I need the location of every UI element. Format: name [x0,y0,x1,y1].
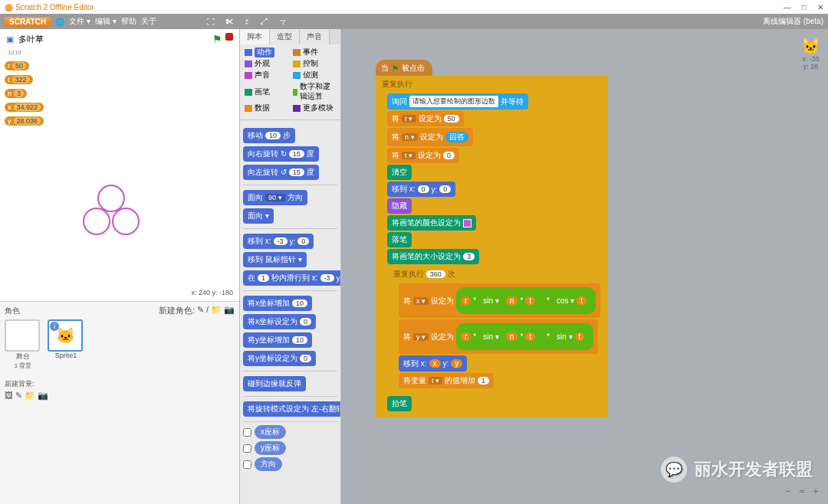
cat-更多模块[interactable]: 更多模块 [293,103,337,113]
zoom-out-icon[interactable]: － [784,485,793,498]
cat-动作[interactable]: 动作 [245,47,288,57]
project-title[interactable]: 多叶草 [18,34,44,45]
block-palette: 移动10步 向右旋转 ↻15度 向左旋转 ↺15度 面向90 ▾方向 面向 ▾ … [240,123,340,504]
sprite1-thumbnail[interactable]: i🐱 Sprite1 [48,319,84,370]
about-menu[interactable]: 关于 [141,16,156,27]
cat-事件[interactable]: 事件 [293,47,337,57]
var-r[interactable]: r50 [5,61,29,70]
cat-侦测[interactable]: 侦测 [293,70,337,80]
file-menu[interactable]: 文件 ▾ [69,16,90,27]
maximize-button[interactable]: □ [802,3,807,11]
blk-clear: 清空 [387,165,412,180]
cat-外观[interactable]: 外观 [245,59,288,69]
rep-ypos[interactable]: y座标 [255,441,286,455]
stage-coords: x: 240 y: -180 [0,289,239,301]
cat-声音[interactable]: 声音 [245,70,288,80]
stage-canvas[interactable] [0,128,239,289]
script-stack[interactable]: 当⚑被点击 重复执行 询问请输入想要绘制的图形边数并等待 将r ▾设定为50 将… [376,60,608,417]
chk-ypos[interactable] [243,444,251,453]
zoom-reset-icon[interactable]: ＝ [797,485,807,498]
op-x: r*sin ▾n*t*cos ▾t [456,287,596,314]
blk-hide: 隐藏 [387,198,412,214]
blk-goto-xy[interactable]: 移到 x:-3 y:0 [243,234,314,249]
flag-icon: ⚑ [392,64,399,73]
toolbar-icons[interactable]: ⛶ ✂ ⇄ ⤢ ？ [207,18,291,26]
cat-画笔[interactable]: 画笔 [245,82,288,102]
stop-icon[interactable] [225,33,233,41]
blk-set-x: 将x ▾设定为 r*sin ▾n*t*cos ▾t [399,283,600,318]
backdrop-paint-icon[interactable]: ✎ [15,391,22,401]
new-sprite-label: 新建角色: [159,305,195,316]
blk-ask: 询问请输入想要绘制的图形边数并等待 [387,93,528,110]
tab-costumes[interactable]: 造型 [270,29,300,44]
sprite-position: 🐱 x: -35y: 28 [801,37,820,70]
library-sprite-icon[interactable]: / [206,305,209,316]
blk-setx[interactable]: 将x坐标设定为0 [243,314,316,329]
scratch-icon: ⬤ [5,3,13,11]
new-backdrop-label: 新建背景: [5,379,235,389]
window-title: Scratch 2 Offline Editor [15,3,94,11]
blk-goto-00: 移到 x:0 y:0 [387,182,455,197]
blk-point-dir[interactable]: 面向90 ▾方向 [243,190,307,205]
edit-menu[interactable]: 编辑 ▾ [95,16,117,27]
blk-chgy[interactable]: 将y坐标增加10 [243,332,312,348]
blk-chgx[interactable]: 将x坐标增加10 [243,296,312,311]
stage-subinfo: 1219 [0,49,239,56]
rep-dir[interactable]: 方向 [255,457,282,471]
blk-pen-size: 将画笔的大小设定为3 [387,249,479,264]
stage-header: ▣ 多叶草 ⚑ [0,29,239,49]
blk-turn-l[interactable]: 向左旋转 ↺15度 [243,165,319,180]
window-titlebar: ⬤ Scratch 2 Offline Editor — □ ✕ [0,0,828,14]
chk-xpos[interactable] [243,428,251,437]
blk-glide[interactable]: 在1秒内滑行到 x:-3 y:0 [243,270,340,286]
blk-set-r: 将r ▾设定为50 [387,111,464,126]
repeat-wrap: 重复执行 360 次 将x ▾设定为 r*sin ▾n*t*cos ▾t 将y … [387,266,604,394]
rep-xpos[interactable]: x座标 [255,425,286,439]
tab-sounds[interactable]: 声音 [300,29,330,44]
green-flag-icon[interactable]: ⚑ [212,33,222,45]
backdrop-camera-icon[interactable]: 📷 [38,391,48,401]
var-n[interactable]: n3 [5,89,27,98]
close-button[interactable]: ✕ [817,3,823,11]
blk-goto-mouse[interactable]: 移到 鼠标指针 ▾ [243,252,307,267]
blk-pen-color: 将画笔的颜色设定为 [387,215,476,231]
fullscreen-icon[interactable]: ▣ [6,34,14,44]
var-x[interactable]: x34.922 [5,103,44,112]
svg-point-2 [113,208,139,234]
var-t[interactable]: t322 [5,75,33,84]
blk-turn-r[interactable]: 向右旋转 ↻15度 [243,146,319,162]
blk-sety[interactable]: 将y坐标设定为0 [243,351,316,366]
upload-sprite-icon[interactable]: 📁 [211,305,222,316]
blk-bounce[interactable]: 碰到边缘就反弹 [243,376,306,391]
tab-scripts[interactable]: 脚本 [240,29,270,44]
zoom-controls: － ＝ ＋ [784,485,820,498]
cat-控制[interactable]: 控制 [293,59,337,69]
offline-label: 离线编辑器 (beta) [763,16,823,27]
backdrop-library-icon[interactable]: 🖼 [5,391,13,401]
script-area[interactable]: 🐱 x: -35y: 28 － ＝ ＋ 当⚑被点击 重复执行 询问请输入想要绘制… [341,29,828,504]
zoom-in-icon[interactable]: ＋ [811,485,820,498]
categories: 动作事件外观控制声音侦测画笔数字和逻辑运算数据更多模块 [240,44,340,116]
globe-icon[interactable]: 🌐 [55,18,64,26]
cat-数据[interactable]: 数据 [245,103,288,113]
blk-point-to[interactable]: 面向 ▾ [243,208,274,224]
sprite-info-icon[interactable]: i [50,322,59,331]
minimize-button[interactable]: — [784,3,791,11]
paint-sprite-icon[interactable]: ✎ [197,305,204,316]
blk-move[interactable]: 移动10步 [243,128,295,143]
var-y[interactable]: y28.036 [5,116,44,126]
cat-数字和逻辑运算[interactable]: 数字和逻辑运算 [293,82,337,102]
help-menu[interactable]: 帮助 [121,16,136,27]
stage-thumbnail[interactable]: 舞台 1 背景 [5,319,41,370]
blk-set-y: 将y ▾设定为 r*sin ▾n*t*sin ▾t [399,319,598,354]
chk-dir[interactable] [243,460,251,469]
scratch-logo[interactable]: SCRATCH [5,17,51,27]
camera-sprite-icon[interactable]: 📷 [224,305,235,316]
op-y: r*sin ▾n*t*sin ▾t [456,323,593,350]
menu-bar: SCRATCH 🌐 文件 ▾ 编辑 ▾ 帮助 关于 ⛶ ✂ ⇄ ⤢ ？ 离线编辑… [0,14,828,29]
editor-tabs: 脚本 造型 声音 [240,29,340,44]
backdrop-upload-icon[interactable]: 📁 [25,391,35,401]
hat-green-flag: 当⚑被点击 [376,60,432,76]
blk-rotstyle[interactable]: 将旋转模式设定为 左-右翻转 ▾ [243,401,340,417]
clover-drawing [77,182,146,250]
